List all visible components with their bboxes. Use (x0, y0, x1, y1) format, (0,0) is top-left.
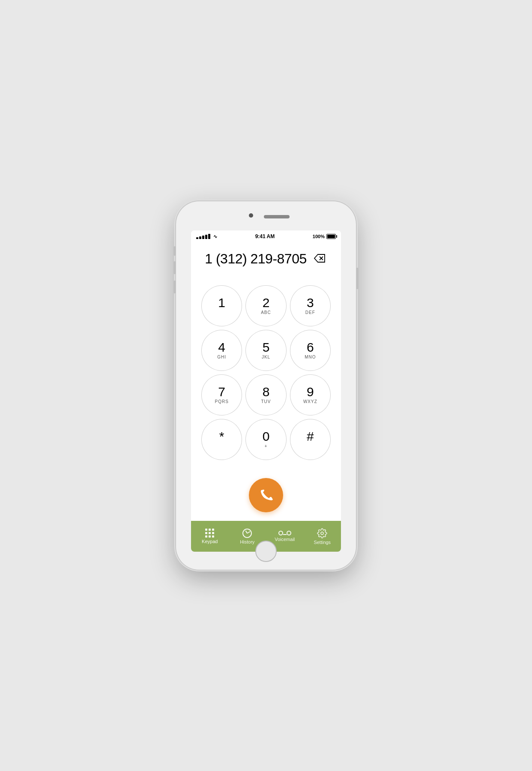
backspace-icon (314, 254, 326, 263)
key-2[interactable]: 2 ABC (245, 285, 286, 326)
tab-keypad-label: Keypad (202, 539, 218, 544)
earpiece-speaker (264, 215, 290, 218)
tab-keypad[interactable]: Keypad (191, 525, 229, 547)
key-7[interactable]: 7 PQRS (201, 374, 242, 415)
status-bar: ∿ 9:41 AM 100% (191, 230, 341, 242)
key-5[interactable]: 5 JKL (245, 330, 286, 371)
battery-fill (327, 235, 335, 238)
call-button[interactable] (249, 478, 283, 512)
status-right: 100% (313, 234, 336, 239)
screen: ∿ 9:41 AM 100% 1 (312) 219-8705 (191, 230, 341, 552)
phone-display: 1 (312) 219-8705 (191, 242, 341, 274)
volume-down-button (173, 281, 176, 293)
battery-percent: 100% (313, 234, 325, 239)
battery-icon (326, 234, 336, 239)
key-star[interactable]: * (201, 419, 242, 460)
phone-icon (259, 488, 273, 502)
tab-settings[interactable]: Settings (304, 525, 341, 548)
settings-icon (317, 528, 327, 538)
key-4[interactable]: 4 GHI (201, 330, 242, 371)
key-8[interactable]: 8 TUV (245, 374, 286, 415)
keypad-row-4: * 0 + # (201, 419, 331, 460)
tab-history-label: History (240, 539, 254, 544)
call-area (191, 471, 341, 521)
status-time: 9:41 AM (255, 233, 275, 239)
status-left: ∿ (196, 234, 217, 239)
power-button (356, 268, 359, 289)
history-icon (242, 529, 252, 538)
tab-voicemail-label: Voicemail (275, 537, 295, 542)
keypad-row-3: 7 PQRS 8 TUV 9 WXYZ (201, 374, 331, 415)
key-6[interactable]: 6 MNO (290, 330, 331, 371)
wifi-icon: ∿ (213, 234, 217, 239)
key-hash[interactable]: # (290, 419, 331, 460)
signal-icon (196, 234, 210, 239)
key-9[interactable]: 9 WXYZ (290, 374, 331, 415)
volume-up-button (173, 261, 176, 274)
keypad-row-1: 1 2 ABC 3 DEF (201, 285, 331, 326)
front-camera (249, 213, 253, 218)
backspace-button[interactable] (312, 252, 327, 266)
silent-button (173, 246, 176, 256)
phone-number: 1 (312) 219-8705 (205, 251, 307, 267)
home-button[interactable] (255, 541, 277, 562)
key-0[interactable]: 0 + (245, 419, 286, 460)
voicemail-icon (278, 531, 291, 535)
keypad-icon (205, 529, 214, 538)
phone-device: ∿ 9:41 AM 100% 1 (312) 219-8705 (176, 201, 356, 570)
tab-settings-label: Settings (314, 540, 331, 545)
key-1[interactable]: 1 (201, 285, 242, 326)
keypad-row-2: 4 GHI 5 JKL 6 MNO (201, 330, 331, 371)
keypad: 1 2 ABC 3 DEF 4 GHI 5 (191, 274, 341, 471)
key-3[interactable]: 3 DEF (290, 285, 331, 326)
